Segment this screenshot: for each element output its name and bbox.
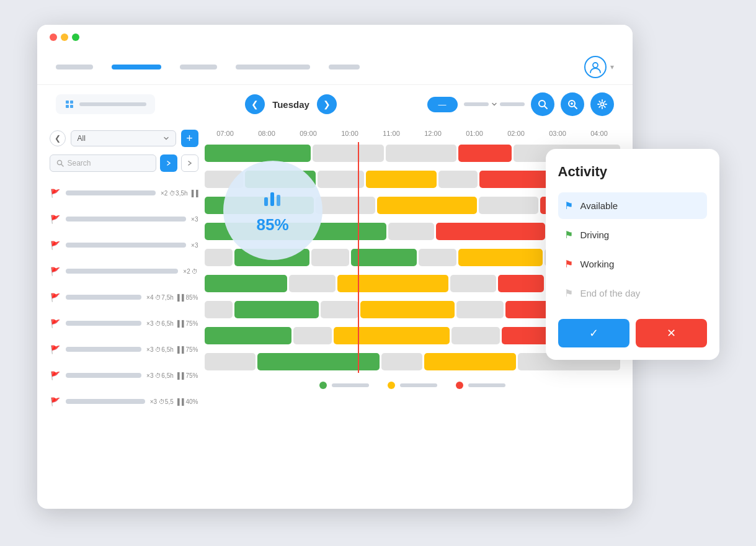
driver-name [66, 347, 142, 352]
nav-link-4[interactable] [236, 65, 310, 69]
driver-stats: ×2 ⏱3,5h ▐▐ [161, 190, 198, 197]
cancel-button[interactable]: ✕ [636, 319, 707, 347]
activity-flag-working: ⚑ [564, 258, 573, 270]
driver-row[interactable]: 🚩 ×2 ⏱ [50, 260, 198, 282]
activity-item-eod[interactable]: ⚑ End of the day [558, 280, 707, 307]
activity-panel: Activity ⚑ Available ⚑ Driving ⚑ Working… [546, 149, 719, 360]
tl-block-yellow [366, 171, 436, 188]
tl-block-red [505, 301, 553, 318]
time-slot: 11:00 [371, 130, 412, 137]
driver-stats: ×3 [191, 216, 198, 223]
time-slot: 07:00 [205, 130, 246, 137]
toolbar-search[interactable] [56, 94, 155, 114]
svg-point-11 [600, 103, 603, 106]
driver-flag: 🚩 [50, 344, 61, 355]
tl-block-gray [313, 145, 383, 162]
search-placeholder: Search [68, 159, 91, 168]
activity-flag-eod: ⚑ [564, 287, 573, 299]
tl-block-green [205, 145, 311, 162]
tl-block-green [351, 249, 417, 266]
driver-row[interactable]: 🚩 ×3 ⏱5,5 ▐▐ 40% [50, 390, 198, 413]
driver-flag: 🚩 [50, 187, 61, 199]
svg-rect-4 [70, 105, 73, 108]
nav-chevron[interactable]: ▾ [610, 63, 614, 71]
driver-row[interactable]: 🚩 ×4 ⏱7,5h ▐▐ 85% [50, 286, 198, 308]
collapse-button[interactable]: ❮ [50, 130, 66, 146]
confirm-button[interactable]: ✓ [558, 319, 629, 347]
driver-stats: ×2 ⏱ [183, 268, 198, 275]
legend-dot-green [319, 382, 327, 389]
next-day-button[interactable]: ❯ [317, 94, 337, 114]
driver-row[interactable]: 🚩 ×3 ⏱6,5h ▐▐ 75% [50, 312, 198, 334]
tl-block-yellow [458, 249, 543, 266]
driver-row[interactable]: 🚩 ×3 [50, 208, 198, 230]
view-toggle[interactable]: — [427, 97, 458, 112]
tl-block-yellow [377, 197, 476, 214]
current-time-line [358, 142, 359, 373]
toolbar-center: ❮ Tuesday ❯ [165, 94, 417, 114]
prev-day-button[interactable]: ❮ [245, 94, 265, 114]
view-dash-1 [464, 102, 489, 106]
toolbar: ❮ Tuesday ❯ — [37, 85, 633, 123]
driver-row[interactable]: 🚩 ×3 ⏱6,5h ▐▐ 75% [50, 364, 198, 387]
search-confirm-button[interactable] [160, 154, 177, 172]
dot-yellow[interactable] [61, 34, 68, 41]
dot-green[interactable] [72, 34, 79, 41]
tl-block-gray [293, 327, 332, 344]
svg-rect-16 [277, 195, 280, 206]
svg-rect-2 [70, 101, 73, 104]
dot-red[interactable] [50, 34, 57, 41]
settings-button[interactable] [590, 92, 614, 116]
zoom-button[interactable] [561, 92, 584, 116]
tl-block-yellow [334, 327, 450, 344]
tl-block-green [205, 327, 291, 344]
driver-name [66, 269, 179, 274]
search-small-icon [56, 159, 64, 167]
forward-button[interactable] [181, 154, 198, 172]
nav-link-3[interactable] [180, 65, 217, 69]
tl-block-red [458, 145, 512, 162]
time-slot: 04:00 [579, 130, 620, 137]
user-avatar[interactable] [584, 56, 607, 78]
left-sidebar: ❮ All + Search [50, 130, 198, 508]
search-bar-placeholder [79, 102, 146, 106]
filter-select[interactable]: All [71, 130, 176, 146]
nav-link-1[interactable] [56, 65, 93, 69]
legend-item-green [319, 382, 369, 389]
driver-name [66, 373, 142, 378]
filter-label: All [78, 134, 86, 143]
activity-item-driving[interactable]: ⚑ Driving [558, 222, 707, 248]
driver-flag: 🚩 [50, 266, 61, 277]
legend-dot-red [456, 382, 463, 389]
driver-row[interactable]: 🚩 ×3 ⏱6,5h ▐▐ 75% [50, 338, 198, 360]
search-arrow-icon [166, 160, 172, 166]
activity-item-working[interactable]: ⚑ Working [558, 251, 707, 277]
tl-block-gray [388, 223, 434, 240]
tl-block-green [205, 275, 288, 292]
search-input[interactable]: Search [50, 154, 156, 172]
tl-block-gray [438, 171, 478, 188]
stats-percent: 85% [256, 215, 288, 235]
nav-right: ▾ [584, 56, 614, 78]
driver-stats: ×4 ⏱7,5h ▐▐ 85% [146, 294, 198, 301]
activity-item-available[interactable]: ⚑ Available [558, 192, 707, 219]
driver-row[interactable]: 🚩 ×3 [50, 234, 198, 256]
legend-item-red [456, 382, 505, 389]
nav-link-5[interactable] [329, 65, 360, 69]
driver-name [66, 217, 187, 222]
forward-icon [187, 160, 193, 166]
driver-row[interactable]: 🚩 ×2 ⏱3,5h ▐▐ [50, 182, 198, 204]
add-driver-button[interactable]: + [181, 130, 198, 147]
dropdown-arrow-icon[interactable] [491, 101, 497, 107]
filter-chevron-icon [163, 135, 169, 141]
search-button[interactable] [531, 92, 554, 116]
driver-stats: ×3 ⏱6,5h ▐▐ 75% [146, 346, 198, 353]
stats-chart-icon [262, 186, 284, 213]
tl-block-yellow [337, 275, 448, 292]
time-slot: 01:00 [454, 130, 496, 137]
activity-label-available: Available [580, 200, 618, 211]
driver-stats: ×3 ⏱6,5h ▐▐ 75% [146, 372, 198, 379]
nav-link-2[interactable] [112, 65, 161, 69]
activity-label-driving: Driving [580, 230, 610, 240]
title-bar [37, 25, 633, 50]
